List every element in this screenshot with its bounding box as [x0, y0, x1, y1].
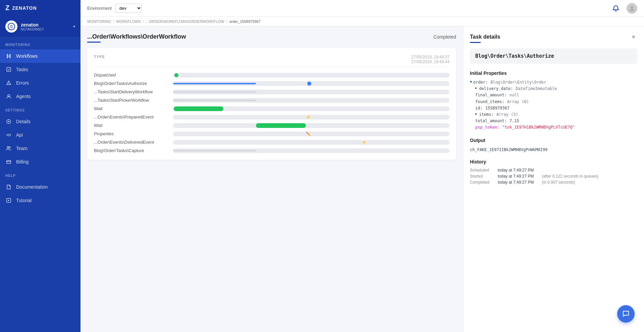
row-bar-picker [173, 98, 449, 103]
workflows-icon [5, 53, 12, 59]
timeline-row[interactable]: ...Order\Events\PreparedEvent ⚡ [94, 114, 449, 120]
sidebar-item-documentation[interactable]: Documentation [0, 180, 80, 194]
monitoring-section-label: MONITORING [0, 38, 80, 49]
output-value: ch_FAKE_1E97IIBk2WMHBVgPnWkM0I99 [470, 147, 547, 152]
sidebar-item-errors[interactable]: Errors [0, 76, 80, 90]
prop-value: Array (3) [496, 111, 518, 118]
timeline-row[interactable]: ...Order\Events\DeliveredEvent ⚡ [94, 140, 449, 145]
timeline-row[interactable]: Blog\Order\Tasks\Capture [94, 148, 449, 153]
sidebar-item-workflows[interactable]: Workflows [0, 49, 80, 63]
topbar: Environment dev prod staging [80, 0, 644, 17]
api-label: Api [16, 132, 23, 138]
close-button[interactable]: × [630, 33, 637, 41]
breadcrumb-sep-1: / [113, 19, 114, 23]
breadcrumb-current: order_1558979367 [229, 19, 261, 23]
sidebar-item-team[interactable]: Team [0, 142, 80, 155]
expand-icon[interactable]: ▶ [475, 86, 477, 90]
sidebar-item-agents[interactable]: Agents [0, 90, 80, 103]
initial-properties-title: Initial Properties [470, 70, 637, 76]
sidebar-item-details[interactable]: Details [0, 115, 80, 128]
env-select[interactable]: dev prod staging [115, 4, 142, 13]
breadcrumb-monitoring[interactable]: MONITORING [87, 19, 111, 23]
z-logo-icon: Z [5, 4, 9, 12]
bolt-icon-2: ⚡ [362, 140, 367, 145]
history-label-started: Started [470, 174, 495, 179]
svg-rect-8 [7, 160, 11, 163]
prop-final-amount: final_amount: null [470, 92, 637, 98]
task-output: Output ch_FAKE_1E97IIBk2WMHBVgPnWkM0I99 [470, 138, 637, 152]
sidebar-item-billing[interactable]: Billing [0, 155, 80, 169]
svg-point-6 [7, 147, 9, 148]
prop-type: DateTimeImmutable [516, 86, 557, 92]
timeline-row[interactable]: Wait [94, 106, 449, 111]
timeline-row[interactable]: ...Tasks\StartPickerWorkflow [94, 98, 449, 103]
notification-bell-icon[interactable] [610, 3, 621, 14]
svg-point-7 [9, 147, 10, 148]
timeline-row[interactable]: ...Tasks\StartDeliveryWorkflow [94, 89, 449, 94]
main-content: Environment dev prod staging MONITORING … [80, 0, 644, 332]
row-label-authorize: Blog\Order\Tasks\Authorize [94, 81, 168, 86]
bar-gray-2 [173, 100, 256, 101]
row-bar-delivered: ⚡ [173, 140, 449, 145]
prop-psp-token: psp_token: "tok_1E97H1Bk2WMHBVgPLVTcUE7Q… [470, 124, 637, 131]
sidebar-item-tasks[interactable]: Tasks [0, 63, 80, 76]
task-properties: ▼ order: Blog\Order\Entity\Order ▶ deliv… [470, 79, 637, 131]
agents-label: Agents [16, 94, 31, 99]
history-row-scheduled: Scheduled today at 7:49:27 PM [470, 168, 637, 173]
breadcrumb-workflows[interactable]: WORKFLOWS [116, 19, 141, 23]
row-bar-wait1 [173, 106, 449, 111]
timeline-row[interactable]: Dispatched [94, 73, 449, 78]
prop-value: 1558979367 [485, 105, 509, 111]
prop-value: Array (0) [507, 99, 529, 105]
bolt-icon: ⚡ [306, 115, 311, 120]
sidebar-item-api[interactable]: Api [0, 128, 80, 142]
timeline-type-label: TYPE [94, 55, 105, 64]
prop-key: psp_token: [475, 124, 499, 131]
collapse-icon[interactable]: ▼ [470, 79, 472, 85]
prop-null: null [509, 92, 519, 98]
tasks-icon [5, 66, 12, 73]
workflow-timeline-box: TYPE 27/05/2019, 19:49:27 27/05/2019, 19… [87, 48, 456, 160]
tutorial-icon [5, 197, 12, 204]
history-label-scheduled: Scheduled [470, 168, 495, 173]
timeline-row[interactable]: Blog\Order\Tasks\Authorize [94, 81, 449, 86]
chat-bubble[interactable] [617, 305, 635, 323]
svg-point-1 [11, 26, 12, 28]
row-bar-authorize [173, 81, 449, 86]
row-bar-properties: ✏️ [173, 132, 449, 136]
task-details-panel: Task details × Blog\Order\Tasks\Authoriz… [463, 27, 644, 332]
history-time-started: today at 7:49:27 PM [498, 174, 534, 179]
bar-gray-3 [173, 150, 256, 151]
timeline-rows: Dispatched Blog\Order\Tasks\Authorize [94, 73, 449, 153]
row-label-capture: Blog\Order\Tasks\Capture [94, 148, 168, 153]
workflow-header: ...Order\Workflows\OrderWorkflow Complet… [87, 33, 456, 40]
task-details-header: Task details × [470, 33, 637, 41]
bar-green [174, 106, 223, 111]
output-title: Output [470, 138, 637, 143]
dot-blue-icon [307, 82, 311, 86]
prop-key: id: [475, 105, 483, 111]
sidebar-item-tutorial[interactable]: Tutorial [0, 194, 80, 207]
prop-key: order: [473, 79, 488, 86]
history-title: History [470, 159, 637, 164]
timeline-row[interactable]: Properties ✏️ [94, 131, 449, 136]
timeline-header: TYPE 27/05/2019, 19:49:27 27/05/2019, 19… [94, 55, 449, 67]
account-header[interactable]: zenaton NGTAKDRWLY ▾ [0, 16, 80, 38]
workflows-label: Workflows [16, 53, 38, 59]
breadcrumb-orderworkflow[interactable]: ...ORDER\WORKFLOWS\ORDERWORKFLOW [146, 19, 224, 23]
breadcrumb: MONITORING / WORKFLOWS / ...ORDER\WORKFL… [80, 17, 644, 27]
tasks-label: Tasks [16, 67, 28, 72]
timeline-row[interactable]: Wait [94, 123, 449, 128]
expand-icon-2[interactable]: ▶ [475, 111, 477, 116]
account-id: NGTAKDRWLY [21, 28, 44, 31]
user-avatar[interactable] [627, 3, 637, 14]
task-title-underline [470, 42, 481, 43]
settings-section-label: SETTINGS [0, 103, 80, 115]
row-label-wait1: Wait [94, 106, 168, 111]
prop-key: delivery_date: [479, 86, 513, 92]
row-label-wait2: Wait [94, 123, 168, 128]
agents-icon [5, 93, 12, 100]
prop-value: 7.15 [509, 118, 519, 124]
errors-icon [5, 80, 12, 86]
history-row-completed: Completed today at 7:49:27 PM (in 0.007 … [470, 180, 637, 185]
